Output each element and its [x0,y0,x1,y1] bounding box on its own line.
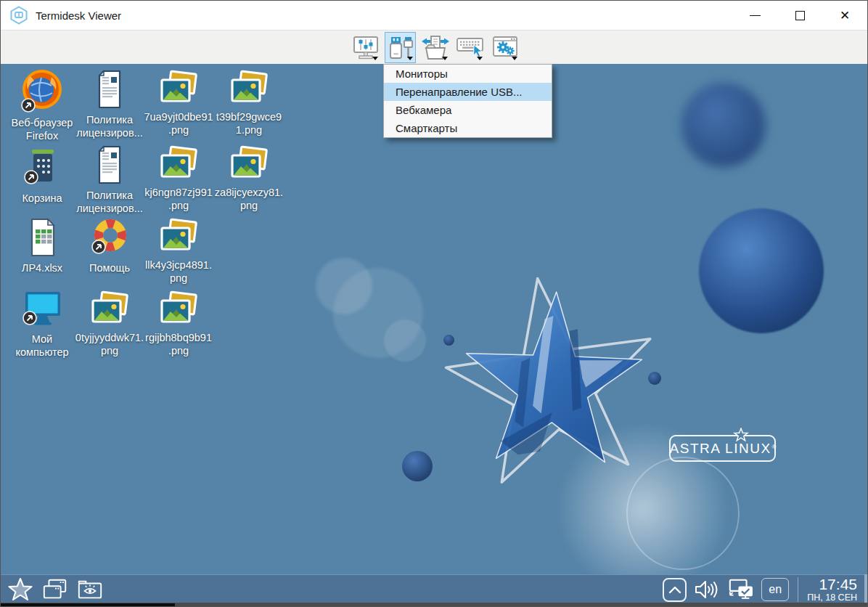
document-icon [87,68,132,110]
close-button[interactable]: ✕ [822,1,867,30]
desktop-icon-image[interactable]: t39bf29gwce91.png [216,70,282,137]
desktop-icon-label: Корзина [22,192,62,205]
menu-item-monitors[interactable]: Мониторы [384,65,552,83]
wallpaper-sphere-large [699,208,824,333]
menu-item-usb-redirection[interactable]: Перенаправление USB... [384,83,552,101]
volume-button[interactable] [693,577,721,603]
close-icon: ✕ [840,9,850,22]
image-file-icon [157,218,200,256]
trash-icon [20,147,65,189]
desktop-icon-policy-doc[interactable]: Политикалицензиров... [77,144,142,215]
desktop-icon-label: kj6ngn87zj991.png [144,186,213,212]
desktop-icon-image[interactable]: za8ijcyexzy81.png [216,145,282,212]
astra-linux-logo: ASTRA LINUX® [669,435,776,462]
desktop-icon-xlsx[interactable]: ЛР4.xlsx [9,216,75,274]
desktop-icon-image[interactable]: kj6ngn87zj991.png [146,145,211,212]
chevron-down-icon [372,57,378,60]
computer-icon [20,288,65,330]
taskbar-left-group [1,577,104,603]
spreadsheet-file-icon [20,216,65,258]
chevron-down-icon [442,57,448,60]
desktop-icon-firefox[interactable]: Веб-браузерFirefox [9,68,75,142]
wallpaper-star [433,261,673,508]
clock-time: 17:45 [819,577,857,592]
remote-desktop: ASTRA LINUX® Веб-браузерFirefox [1,64,867,574]
maximize-button[interactable] [777,1,822,30]
desktop-icon-label: ЛР4.xlsx [22,261,62,274]
keyboard-layout-badge[interactable]: en [761,578,789,601]
termidesk-viewer-window: Termidesk Viewer ✕ [0,0,868,607]
document-icon [87,144,132,186]
desktop-icon-image[interactable]: llk4y3jcp4891.png [146,218,211,285]
usb-dropdown-menu: Мониторы Перенаправление USB... Вебкамер… [383,64,552,138]
desktop-icon-label: Веб-браузерFirefox [12,116,73,142]
window-bottom-border [1,603,867,606]
desktop-icon-image[interactable]: 0tyjjyyddwk71.png [77,290,142,357]
desktop-icon-image[interactable]: 7ua9yjt0dbe91.png [146,70,211,137]
image-file-icon [157,145,200,183]
maximize-icon [795,11,805,20]
astra-logo-text: ASTRA LINUX [670,441,771,457]
network-status-icon [727,577,755,602]
toolbar [1,30,867,64]
file-transfer-button[interactable] [419,32,451,63]
image-file-icon [157,70,200,107]
keyboard-input-button[interactable] [454,32,486,63]
desktop-icon-label: 0tyjjyyddwk71.png [75,331,144,357]
lifebuoy-icon [87,216,132,258]
chevron-down-icon [477,57,483,60]
network-status-button[interactable] [727,577,755,603]
file-manager-eye-icon [76,577,104,602]
desktop-icon-label: llk4y3jcp4891.png [145,258,212,285]
desktop-icon-my-computer[interactable]: Мойкомпьютер [9,288,75,359]
taskbar-right-strip [864,574,867,604]
tray-expand-button[interactable] [663,578,687,602]
astra-star-icon [733,428,749,442]
image-file-icon [228,70,270,107]
image-file-icon [89,290,131,328]
taskbar: en 17:45 ПН, 18 СЕН [1,574,867,604]
firefox-icon [20,68,65,113]
window-controls: ✕ [732,1,867,30]
chevron-down-icon [407,57,413,60]
image-file-icon [157,290,200,328]
usb-redirection-button[interactable] [385,32,416,63]
minimize-icon [750,15,761,16]
window-list-button[interactable] [41,577,69,603]
desktop-icon-label: za8ijcyexzy81.png [215,186,283,212]
chevron-down-icon [512,57,517,60]
titlebar: Termidesk Viewer ✕ [1,1,867,30]
toolbar-button-group [350,32,520,63]
taskbar-clock[interactable]: 17:45 ПН, 18 СЕН [807,577,861,603]
desktop-icon-label: Помощь [89,261,130,274]
astra-logo-reg: ® [772,444,777,450]
desktop-icon-trash[interactable]: Корзина [9,147,75,205]
wallpaper-bokeh-circle [384,319,426,362]
desktop-icon-image[interactable]: rgijbh8bq9b91.png [146,290,211,357]
desktop-icon-label: 7ua9yjt0dbe91.png [144,110,213,137]
desktop-icon-label: Политикалицензиров... [76,189,142,215]
wallpaper-sphere-small [402,451,433,481]
desktop-icon-label: Политикалицензиров... [76,113,142,139]
menu-item-webcam[interactable]: Вебкамера [384,101,552,119]
chevron-up-icon [668,585,681,594]
desktop-icon-label: t39bf29gwce91.png [216,110,282,137]
start-menu-button[interactable] [7,577,34,603]
clock-date: ПН, 18 СЕН [807,592,857,603]
desktop-icon-policy-doc[interactable]: Политикалицензиров... [77,68,142,139]
desktop-icon-help[interactable]: Помощь [77,216,142,274]
minimize-button[interactable] [732,1,777,30]
image-file-icon [228,145,270,183]
volume-icon [694,579,720,600]
wallpaper-sphere-blurred [681,83,766,167]
window-list-icon [41,577,69,602]
window-title: Termidesk Viewer [36,9,121,22]
system-tray: en 17:45 ПН, 18 СЕН [663,575,861,604]
session-settings-button[interactable] [489,32,520,63]
display-settings-button[interactable] [350,32,381,63]
desktop-icon-label: Мойкомпьютер [15,333,68,359]
desktop-icon-label: rgijbh8bq9b91.png [145,331,212,357]
file-manager-button[interactable] [76,577,104,603]
tray-divider [798,577,798,602]
menu-item-smartcards[interactable]: Смарткарты [384,119,552,137]
